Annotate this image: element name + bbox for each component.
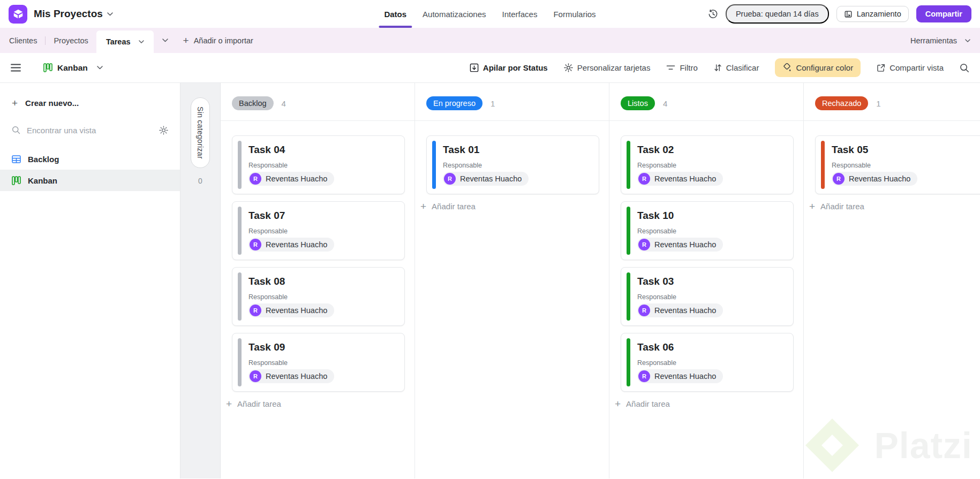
- sort-button[interactable]: Clasificar: [714, 63, 759, 72]
- share-button[interactable]: Compartir: [916, 5, 971, 22]
- app-logo-cube-icon: [12, 8, 24, 20]
- nav-automatizaciones[interactable]: Automatizaciones: [423, 0, 486, 28]
- gear-icon[interactable]: [159, 126, 168, 135]
- task-card[interactable]: Task 03 Responsable R Reventas Huacho: [621, 267, 794, 326]
- assignee-chip[interactable]: R Reventas Huacho: [832, 172, 917, 186]
- workspace-title[interactable]: Mis Proyectos: [34, 8, 103, 20]
- assignee-chip[interactable]: R Reventas Huacho: [248, 303, 334, 317]
- customize-cards-label: Personalizar tarjetas: [577, 63, 651, 72]
- tab-tareas[interactable]: Tareas: [96, 31, 154, 53]
- view-switcher[interactable]: Kanban: [43, 63, 103, 73]
- task-card[interactable]: Task 05 Responsable R Reventas Huacho: [815, 135, 980, 194]
- top-bar: Mis Proyectos Datos Automatizaciones Int…: [0, 0, 980, 28]
- share-view-button[interactable]: Compartir vista: [877, 63, 944, 72]
- add-task-button[interactable]: + Añadir tarea: [226, 399, 414, 409]
- tab-proyectos[interactable]: Proyectos: [46, 28, 96, 53]
- trial-badge[interactable]: Prueba: quedan 14 días: [726, 4, 829, 24]
- column-cards: Task 02 Responsable R Reventas Huacho Ta…: [609, 121, 803, 392]
- search-icon[interactable]: [960, 63, 969, 73]
- chevron-down-icon: [965, 39, 970, 42]
- assignee-chip[interactable]: R Reventas Huacho: [248, 172, 334, 186]
- search-icon: [12, 126, 20, 134]
- task-field-label: Responsable: [637, 359, 786, 367]
- add-task-label: Añadir tarea: [432, 202, 476, 211]
- column-status-badge[interactable]: Backlog: [232, 96, 274, 110]
- add-task-label: Añadir tarea: [626, 399, 670, 408]
- kanban-icon: [12, 176, 21, 185]
- card-accent-bar: [627, 338, 630, 386]
- external-link-icon: [877, 64, 885, 72]
- task-card[interactable]: Task 02 Responsable R Reventas Huacho: [621, 135, 794, 194]
- assignee-name: Reventas Huacho: [460, 174, 522, 183]
- task-card[interactable]: Task 06 Responsable R Reventas Huacho: [621, 333, 794, 392]
- task-card[interactable]: Task 08 Responsable R Reventas Huacho: [232, 267, 405, 326]
- tools-menu[interactable]: Herramientas: [901, 28, 980, 53]
- task-field-label: Responsable: [637, 227, 786, 235]
- history-clock-icon[interactable]: [708, 9, 718, 19]
- chevron-down-icon[interactable]: [107, 12, 113, 16]
- uncategorized-pill[interactable]: Sin categorizar: [191, 97, 210, 168]
- task-card[interactable]: Task 10 Responsable R Reventas Huacho: [621, 201, 794, 260]
- add-or-import-button[interactable]: + Añadir o importar: [177, 28, 260, 53]
- assignee-chip[interactable]: R Reventas Huacho: [443, 172, 529, 186]
- filter-lines-icon: [666, 64, 675, 71]
- kanban-column: Listos 4 Task 02 Responsable R Reventas …: [609, 83, 804, 478]
- topbar-actions: Prueba: quedan 14 días Lanzamiento Compa…: [708, 4, 971, 24]
- card-accent-bar: [238, 207, 242, 255]
- column-count: 4: [282, 99, 286, 108]
- assignee-name: Reventas Huacho: [266, 306, 327, 315]
- plus-icon: +: [226, 399, 232, 409]
- task-card[interactable]: Task 09 Responsable R Reventas Huacho: [232, 333, 405, 392]
- sidebar-item-backlog[interactable]: Backlog: [0, 148, 180, 170]
- uncategorized-column: Sin categorizar 0: [180, 83, 221, 478]
- card-accent-bar: [821, 141, 825, 189]
- sidebar-item-label: Backlog: [28, 155, 59, 164]
- nav-interfaces[interactable]: Interfaces: [502, 0, 538, 28]
- add-task-button[interactable]: + Añadir tarea: [615, 399, 803, 409]
- assignee-chip[interactable]: R Reventas Huacho: [637, 172, 723, 186]
- assignee-chip[interactable]: R Reventas Huacho: [248, 369, 334, 383]
- task-title: Task 04: [248, 144, 397, 156]
- add-task-button[interactable]: + Añadir tarea: [420, 201, 609, 211]
- task-field-label: Responsable: [637, 293, 786, 301]
- task-card[interactable]: Task 01 Responsable R Reventas Huacho: [426, 135, 599, 194]
- launch-button[interactable]: Lanzamiento: [836, 6, 909, 22]
- column-cards: Task 05 Responsable R Reventas Huacho: [804, 121, 980, 194]
- avatar: R: [833, 173, 845, 185]
- nav-formularios[interactable]: Formularios: [553, 0, 595, 28]
- task-card[interactable]: Task 07 Responsable R Reventas Huacho: [232, 201, 405, 260]
- stack-by-button[interactable]: Apilar por Status: [470, 63, 548, 72]
- task-title: Task 05: [832, 144, 980, 156]
- task-title: Task 08: [248, 276, 397, 287]
- gear-icon: [564, 63, 573, 72]
- plus-icon: +: [615, 399, 621, 409]
- customize-cards-button[interactable]: Personalizar tarjetas: [564, 63, 651, 72]
- create-new-button[interactable]: + Crear nuevo...: [0, 96, 180, 110]
- column-status-badge[interactable]: Listos: [621, 96, 655, 110]
- column-header: Rechazado 1: [804, 83, 980, 121]
- assignee-name: Reventas Huacho: [654, 372, 716, 381]
- app-logo[interactable]: [9, 5, 27, 24]
- column-status-badge[interactable]: Rechazado: [815, 96, 868, 110]
- tab-clientes[interactable]: Clientes: [1, 28, 45, 53]
- assignee-chip[interactable]: R Reventas Huacho: [248, 238, 334, 252]
- nav-datos[interactable]: Datos: [384, 0, 406, 28]
- tab-list-dropdown[interactable]: [154, 28, 177, 53]
- stack-by-label: Apilar por Status: [483, 63, 548, 72]
- chevron-down-icon: [139, 40, 144, 43]
- create-new-label: Crear nuevo...: [25, 98, 79, 108]
- assignee-chip[interactable]: R Reventas Huacho: [637, 369, 723, 383]
- assignee-chip[interactable]: R Reventas Huacho: [637, 303, 723, 317]
- sidebar-item-kanban[interactable]: Kanban: [0, 170, 180, 191]
- hamburger-menu-icon[interactable]: [7, 60, 24, 75]
- view-search-input[interactable]: [27, 126, 153, 135]
- plus-icon: +: [183, 35, 189, 45]
- column-status-badge[interactable]: En progreso: [426, 96, 483, 110]
- add-task-button[interactable]: + Añadir tarea: [809, 201, 980, 211]
- assignee-chip[interactable]: R Reventas Huacho: [637, 238, 723, 252]
- configure-color-button[interactable]: Configurar color: [775, 58, 861, 77]
- launch-button-label: Lanzamiento: [857, 10, 901, 18]
- filter-button[interactable]: Filtro: [666, 63, 697, 72]
- task-card[interactable]: Task 04 Responsable R Reventas Huacho: [232, 135, 405, 194]
- task-field-label: Responsable: [248, 293, 397, 301]
